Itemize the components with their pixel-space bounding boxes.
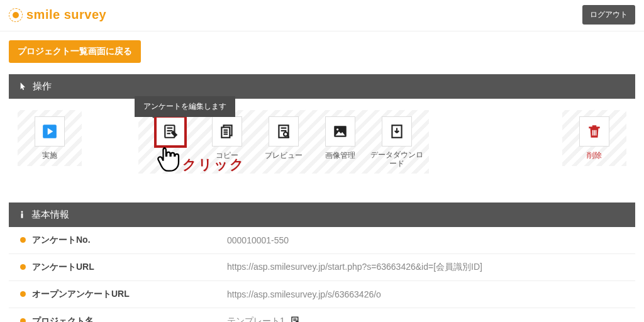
click-annotation: クリック — [182, 155, 245, 174]
action-delete[interactable]: 削除 — [566, 116, 623, 161]
action-download[interactable]: データダウンロード — [369, 116, 425, 169]
edit-inline-icon[interactable] — [290, 316, 301, 322]
pointer-icon — [18, 82, 28, 92]
bullet-icon — [20, 237, 26, 243]
info-label: アンケートNo. — [32, 235, 227, 246]
action-run[interactable]: 実施 — [21, 116, 78, 161]
info-label: オープンアンケートURL — [32, 289, 227, 300]
operations-body: アンケートを編集します 実施 編集 — [9, 99, 635, 191]
action-label: 画像管理 — [325, 150, 355, 161]
info-row-open-url: オープンアンケートURL https://asp.smilesurvey.jp/… — [9, 281, 635, 308]
action-label: データダウンロード — [369, 150, 425, 169]
back-to-projects-button[interactable]: プロジェクト一覧画面に戻る — [9, 40, 141, 63]
operations-title: 操作 — [33, 80, 52, 92]
run-icon — [35, 116, 65, 147]
logo-icon — [9, 8, 23, 22]
logo-text: smile survey — [26, 8, 106, 22]
svg-rect-22 — [596, 130, 597, 136]
operations-panel: 操作 アンケートを編集します 実施 — [9, 74, 635, 191]
bullet-icon — [20, 318, 26, 322]
info-panel: 基本情報 アンケートNo. 000010001-550 アンケートURL htt… — [9, 203, 635, 322]
action-label: 実施 — [42, 150, 57, 161]
svg-rect-24 — [21, 214, 23, 219]
action-preview[interactable]: プレビュー — [255, 116, 312, 169]
svg-rect-19 — [592, 125, 597, 127]
info-label: プロジェクト名 — [32, 316, 227, 322]
svg-point-23 — [21, 211, 23, 213]
bullet-icon — [20, 264, 26, 270]
trash-icon — [579, 116, 609, 147]
svg-rect-20 — [592, 130, 594, 136]
download-icon — [382, 116, 412, 147]
action-label: プレビュー — [265, 150, 303, 161]
bullet-icon — [20, 291, 26, 297]
info-value: https://asp.smilesurvey.jp/start.php?s=6… — [227, 262, 482, 273]
info-value: 000010001-550 — [227, 235, 289, 245]
copy-icon — [212, 116, 242, 147]
logo: smile survey — [9, 8, 106, 22]
info-value: https://asp.smilesurvey.jp/s/63663426/o — [227, 289, 381, 299]
info-icon — [18, 210, 26, 219]
image-icon — [325, 116, 355, 147]
info-panel-header: 基本情報 — [9, 203, 635, 227]
preview-icon — [269, 116, 299, 147]
operations-panel-header: 操作 — [9, 74, 635, 99]
svg-point-16 — [336, 128, 338, 130]
action-label: 削除 — [587, 150, 602, 161]
edit-tooltip: アンケートを編集します — [135, 96, 235, 117]
info-row-survey-url: アンケートURL https://asp.smilesurvey.jp/star… — [9, 254, 635, 281]
info-title: 基本情報 — [31, 209, 69, 221]
info-row-project-name: プロジェクト名 テンプレート1 — [9, 308, 635, 322]
top-bar: smile survey ログアウト — [0, 0, 644, 31]
logout-button[interactable]: ログアウト — [582, 5, 635, 25]
info-row-survey-no: アンケートNo. 000010001-550 — [9, 227, 635, 254]
info-value: テンプレート1 — [227, 316, 285, 322]
edit-icon — [155, 116, 186, 147]
action-image[interactable]: 画像管理 — [312, 116, 369, 169]
svg-rect-21 — [594, 130, 595, 136]
info-label: アンケートURL — [32, 262, 227, 273]
